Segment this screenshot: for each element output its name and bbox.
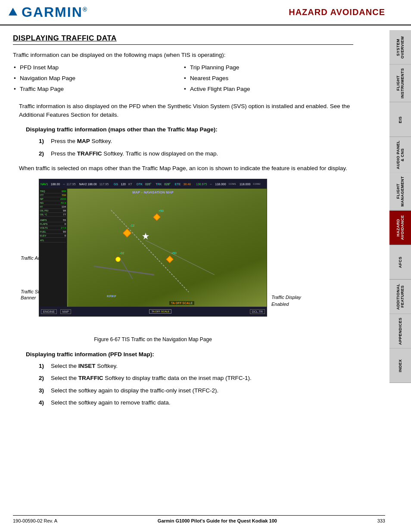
sidebar-tab-index[interactable]: INDEX [389,348,411,383]
section-header-title: HAZARD AVOIDANCE [289,7,385,17]
sub-heading-2: Displaying traffic information (PFD Inse… [26,351,353,358]
map-bottom-bar: ENGINE MAP TA OFF SCALE DCL.TR [39,307,267,316]
garmin-wordmark: GARMIN® [22,4,88,20]
garmin-triangle-icon [9,8,17,16]
bullet-item-pfd: PFD Inset Map [13,64,183,72]
map-center-label: MAP – NAVIGATION MAP [132,190,174,194]
sidebar-tab-hazard-avoidance[interactable]: HAZARDAVOIDANCE [389,211,411,245]
right-sidebar: SYSTEMOVERVIEW FLIGHTINSTRUMENTS EIS AUD… [389,30,411,383]
traffic-advisory-icon: -12 [124,230,130,236]
airport-symbol: KRKF [107,294,116,298]
sidebar-tab-system-overview[interactable]: SYSTEMOVERVIEW [389,30,411,65]
figure-container: Traffic Advisory Traffic StatusBanner NA… [13,179,353,342]
sidebar-tab-flight-management[interactable]: FLIGHTMANAGEMENT [389,173,411,211]
step-num-2-3: 3) [39,386,47,395]
step-text-2-1: Select the INSET Softkey. [51,362,118,370]
dcl-tr-softkey[interactable]: DCL.TR [250,309,265,314]
step-2-3: 3) Select the softkey again to display t… [39,386,353,395]
sidebar-tab-afcs[interactable]: AFCS [389,245,411,280]
softkey-inset: INSET [78,363,96,369]
page-footer: 190-00590-02 Rev. A Garmin G1000 Pilot's… [13,515,385,523]
step-text-1-1: Press the MAP Softkey. [51,137,112,146]
step-2-2: 2) Select the TRAFFIC Softkey to display… [39,374,353,383]
bullet-item-active-fp: Active Flight Plan Page [183,85,353,93]
engine-softkey[interactable]: ENGINE [41,309,57,314]
sidebar-tab-eis[interactable]: EIS [389,103,411,137]
step-1-1: 1) Press the MAP Softkey. [39,137,353,146]
steps-section-2: 1) Select the INSET Softkey. 2) Select t… [39,362,353,407]
map-content-area: NORTH UP TFRNO DATA -12 [68,189,267,307]
traffic-circle-icon: -02 [115,257,121,262]
bullet-list-area: PFD Inset Map Navigation Map Page Traffi… [13,64,353,96]
nav-map-figure: NAV1 188.00 ↔ 117.95 NAV2 188.00 117.95 … [39,179,267,317]
section-title: DISPLAYING TRAFFIC DATA [13,34,353,45]
svs-note: Traffic information is also displayed on… [19,102,353,120]
sub-heading-1: Displaying traffic information (maps oth… [26,126,353,133]
bullet-item-nav-map: Navigation Map Page [13,75,183,83]
step-2-4: 4) Select the softkey again to remove tr… [39,398,353,407]
svg-line-5 [94,266,154,275]
softkey-traffic-2: TRAFFIC [78,375,103,381]
main-content: DISPLAYING TRAFFIC DATA Traffic informat… [0,25,388,422]
step-num-2-2: 2) [39,374,47,383]
map-route-svg [68,189,267,307]
footer-guide-title: Garmin G1000 Pilot's Guide for the Quest… [158,518,277,523]
step-1-2: 2) Press the TRAFFIC Softkey. Traffic is… [39,149,353,158]
footer-doc-number: 190-00590-02 Rev. A [13,518,57,523]
ta-off-scale-softkey[interactable]: TA OFF SCALE [149,309,171,314]
softkey-traffic: TRAFFIC [77,150,102,157]
step-text-2-3: Select the softkey again to display the … [51,386,218,395]
step-num-1-2: 2) [39,149,47,158]
step-num-2-4: 4) [39,398,47,407]
map-top-bar: NAV1 188.00 ↔ 117.95 NAV2 188.00 117.95 … [39,179,267,189]
page-header: GARMIN® HAZARD AVOIDANCE [0,0,411,25]
traffic-icon-2: +50 [154,215,159,220]
svg-line-6 [120,258,133,279]
traffic-icon-3: +50 [167,257,172,262]
bullet-item-traffic-map: Traffic Map Page [13,85,183,93]
sidebar-tab-audio-panel-cns[interactable]: AUDIO PANEL& CNS [389,137,411,173]
step-num-2-1: 1) [39,362,47,370]
steps-section-1: 1) Press the MAP Softkey. 2) Press the T… [39,137,353,158]
garmin-logo: GARMIN® [9,4,88,20]
svg-line-4 [146,240,215,275]
bullet-item-trip-planning: Trip Planning Page [183,64,353,72]
sidebar-tab-appendices[interactable]: APPENDICES [389,314,411,349]
bullet-col-right: Trip Planning Page Nearest Pages Active … [183,64,353,96]
svg-line-3 [111,210,189,292]
step-text-2-4: Select the softkey again to remove traff… [51,398,170,407]
instruments-panel: TRQ888 ITT700 NP2000 NG80.0 FF134 OIL PS… [39,189,67,307]
footer-page-number: 333 [377,518,385,523]
intro-paragraph: Traffic information can be displayed on … [13,51,353,59]
softkey-map: MAP [77,138,90,144]
map-softkey[interactable]: MAP [60,309,71,314]
annotation-traffic-display-enabled: Traffic DisplayEnabled [271,294,301,308]
figure-caption: Figure 6-67 TIS Traffic on the Navigatio… [39,336,267,342]
step-2-1: 1) Select the INSET Softkey. [39,362,353,370]
step-num-1-1: 1) [39,137,47,146]
step-text-2-2: Select the TRAFFIC Softkey to display tr… [51,374,252,383]
airplane-symbol [141,232,150,240]
sidebar-tab-flight-instruments[interactable]: FLIGHTINSTRUMENTS [389,65,411,103]
step-text-1-2: Press the TRAFFIC Softkey. Traffic is no… [51,149,218,158]
ta-off-scale-warning: TA OFF SCALE [169,301,194,305]
bullet-item-nearest-pages: Nearest Pages [183,75,353,83]
sidebar-tab-additional-features[interactable]: ADDITIONALFEATURES [389,280,411,314]
svg-marker-7 [142,233,149,240]
bullet-col-left: PFD Inset Map Navigation Map Page Traffi… [13,64,183,96]
desc-paragraph: When traffic is selected on maps other t… [19,164,353,173]
